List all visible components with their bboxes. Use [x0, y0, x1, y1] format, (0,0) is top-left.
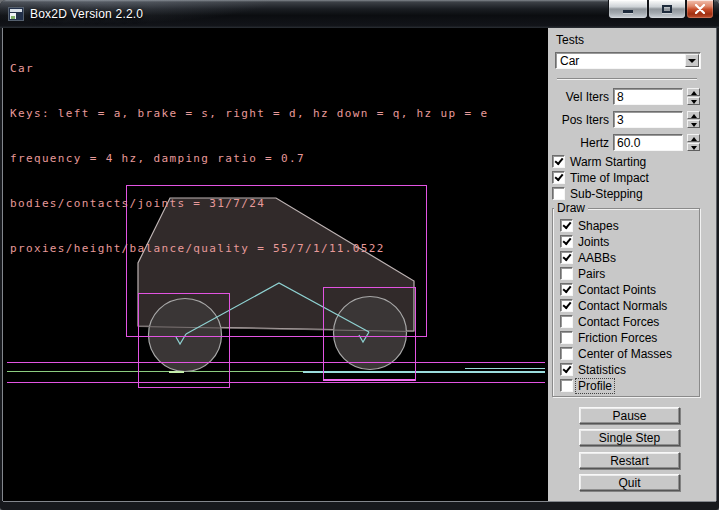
- checkbox-box[interactable]: [560, 283, 573, 296]
- draw-group-label: Draw: [554, 201, 588, 215]
- hertz-spinner: [687, 134, 700, 151]
- checkbox-time-of-impact[interactable]: Time of Impact: [548, 171, 716, 185]
- pause-button[interactable]: Pause: [579, 407, 680, 424]
- close-icon: [695, 4, 705, 14]
- checkbox-statistics[interactable]: Statistics: [548, 363, 716, 377]
- checkbox-box[interactable]: [560, 235, 573, 248]
- checkbox-label: Joints: [578, 235, 609, 249]
- hud-line-title: Car: [10, 61, 488, 76]
- checkbox-box[interactable]: [552, 187, 565, 200]
- app-icon-dot: [11, 16, 15, 19]
- checkbox-contact-forces[interactable]: Contact Forces: [548, 315, 716, 329]
- checkbox-box[interactable]: [560, 379, 573, 392]
- checkbox-friction-forces[interactable]: Friction Forces: [548, 331, 716, 345]
- restart-button[interactable]: Restart: [579, 452, 680, 469]
- vel-iters-spinner: [687, 88, 700, 105]
- app-window: Box2D Version 2.2.0: [0, 0, 719, 510]
- checkbox-sub-stepping[interactable]: Sub-Stepping: [548, 187, 716, 201]
- maximize-button[interactable]: [648, 0, 686, 19]
- close-button[interactable]: [686, 0, 714, 19]
- hud-line-frequency: frequency = 4 hz, damping ratio = 0.7: [10, 151, 488, 166]
- vel-iters-spinner-up[interactable]: [687, 88, 700, 96]
- tests-dropdown[interactable]: Car: [555, 52, 701, 69]
- hud-line-keys: Keys: left = a, brake = s, right = d, hz…: [10, 106, 488, 121]
- checkbox-profile[interactable]: Profile: [548, 379, 716, 393]
- checkbox-shapes[interactable]: Shapes: [548, 219, 716, 233]
- chevron-down-icon: [688, 59, 696, 63]
- checkbox-center-of-masses[interactable]: Center of Masses: [548, 347, 716, 361]
- checkbox-box[interactable]: [552, 171, 565, 184]
- checkbox-label: Shapes: [578, 219, 619, 233]
- vel-iters-input[interactable]: [613, 88, 683, 105]
- separator: [557, 78, 697, 80]
- pos-iters-spinner-down[interactable]: [687, 120, 700, 128]
- hertz-spinner-up[interactable]: [687, 134, 700, 142]
- app-icon-titlebar: [10, 9, 22, 12]
- triangle-down-icon: [691, 146, 697, 150]
- checkbox-box[interactable]: [560, 219, 573, 232]
- window-title: Box2D Version 2.2.0: [30, 7, 143, 21]
- pos-iters-label: Pos Iters: [548, 113, 609, 127]
- checkbox-label: Contact Normals: [578, 299, 667, 313]
- triangle-up-icon: [691, 91, 697, 95]
- checkbox-label: Pairs: [578, 267, 605, 281]
- checkbox-box[interactable]: [560, 251, 573, 264]
- minimize-icon: [623, 10, 633, 13]
- triangle-up-icon: [691, 114, 697, 118]
- checkbox-label: Contact Forces: [578, 315, 659, 329]
- hertz-spinner-down[interactable]: [687, 143, 700, 151]
- tests-dropdown-button[interactable]: [685, 54, 699, 67]
- app-icon[interactable]: [8, 7, 24, 21]
- pos-iters-spinner-up[interactable]: [687, 111, 700, 119]
- triangle-down-icon: [691, 100, 697, 104]
- checkbox-joints[interactable]: Joints: [548, 235, 716, 249]
- gl-canvas[interactable]: Car Keys: left = a, brake = s, right = d…: [4, 28, 548, 501]
- checkbox-label: AABBs: [578, 251, 616, 265]
- vel-iters-label: Vel Iters: [548, 90, 609, 104]
- single-step-button[interactable]: Single Step: [579, 429, 680, 446]
- checkbox-label: Warm Starting: [570, 155, 646, 169]
- car-wheel-front: [334, 297, 407, 370]
- checkbox-label: Statistics: [578, 363, 626, 377]
- hud-text: Car Keys: left = a, brake = s, right = d…: [10, 31, 488, 286]
- hertz-input[interactable]: [613, 134, 683, 151]
- checkbox-contact-points[interactable]: Contact Points: [548, 283, 716, 297]
- checkbox-box[interactable]: [560, 347, 573, 360]
- checkbox-aabbs[interactable]: AABBs: [548, 251, 716, 265]
- control-panel: Tests Car Vel Iters Pos Iters: [548, 28, 716, 501]
- checkbox-label: Friction Forces: [578, 331, 657, 345]
- tests-label: Tests: [556, 33, 584, 47]
- checkbox-label: Sub-Stepping: [570, 187, 643, 201]
- checkbox-box[interactable]: [552, 155, 565, 168]
- maximize-icon: [662, 5, 672, 13]
- triangle-up-icon: [691, 137, 697, 141]
- checkbox-label: Time of Impact: [570, 171, 649, 185]
- hertz-label: Hertz: [548, 136, 609, 150]
- checkbox-pairs[interactable]: Pairs: [548, 267, 716, 281]
- pos-iters-spinner: [687, 111, 700, 128]
- checkbox-box[interactable]: [560, 363, 573, 376]
- checkbox-contact-normals[interactable]: Contact Normals: [548, 299, 716, 313]
- triangle-down-icon: [691, 123, 697, 127]
- tests-dropdown-value: Car: [560, 54, 579, 68]
- checkbox-box[interactable]: [560, 267, 573, 280]
- checkbox-label: Center of Masses: [578, 347, 672, 361]
- hud-line-bodies: bodies/contacts/joints = 31/7/24: [10, 196, 488, 211]
- client-area: Car Keys: left = a, brake = s, right = d…: [3, 28, 716, 501]
- minimize-button[interactable]: [608, 0, 648, 19]
- title-bar[interactable]: Box2D Version 2.2.0: [0, 0, 719, 28]
- checkbox-box[interactable]: [560, 299, 573, 312]
- hud-line-proxies: proxies/height/balance/quality = 55/7/1/…: [10, 241, 488, 256]
- pos-iters-input[interactable]: [613, 111, 683, 128]
- checkbox-box[interactable]: [560, 315, 573, 328]
- checkbox-label: Contact Points: [578, 283, 656, 297]
- checkbox-warm-starting[interactable]: Warm Starting: [548, 155, 716, 169]
- quit-button[interactable]: Quit: [579, 474, 680, 491]
- checkbox-label: Profile: [576, 379, 614, 393]
- vel-iters-spinner-down[interactable]: [687, 97, 700, 105]
- checkbox-box[interactable]: [560, 331, 573, 344]
